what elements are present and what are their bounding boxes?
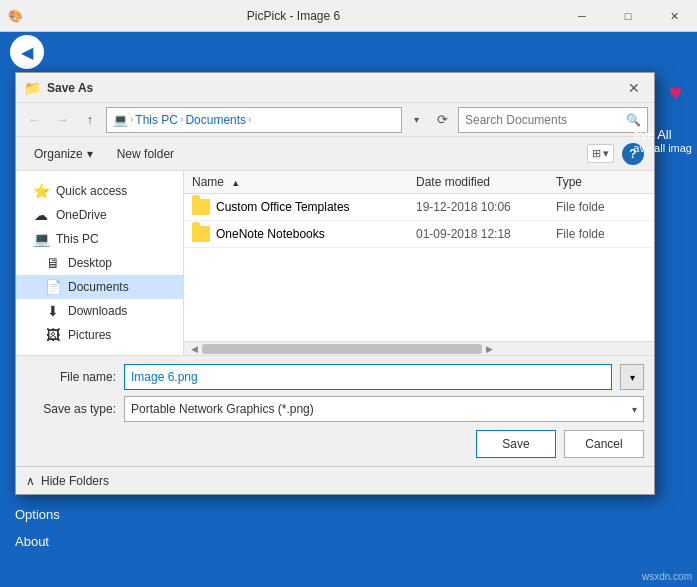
nav-item-onedrive[interactable]: ☁ OneDrive xyxy=(16,203,183,227)
nav-up-button[interactable]: ↑ xyxy=(78,108,102,132)
save-all-sub-label: ave all imag xyxy=(633,142,692,154)
file-name-input[interactable] xyxy=(124,364,612,390)
right-labels: ave All ave all imag xyxy=(633,127,692,154)
dialog-title: Save As xyxy=(47,81,93,95)
hide-folders-arrow: ∧ xyxy=(26,474,35,488)
breadcrumb-bar: 💻 › This PC › Documents › xyxy=(106,107,402,133)
file-list-area: Name ▲ Date modified Type Custom Office … xyxy=(184,171,654,355)
nav-item-this-pc[interactable]: 💻 This PC xyxy=(16,227,183,251)
breadcrumb-computer-icon[interactable]: 💻 xyxy=(113,113,128,127)
breadcrumb-this-pc[interactable]: This PC xyxy=(135,113,178,127)
save-type-dropdown-arrow: ▾ xyxy=(632,404,637,415)
nav-item-downloads[interactable]: ⬇ Downloads xyxy=(16,299,183,323)
breadcrumb-dropdown-btn[interactable]: ▾ xyxy=(406,108,426,132)
breadcrumb-documents[interactable]: Documents xyxy=(185,113,246,127)
folder-icon xyxy=(192,226,210,242)
computer-icon: 💻 xyxy=(113,113,128,127)
save-type-row: Save as type: Portable Network Graphics … xyxy=(26,396,644,422)
quick-access-icon: ⭐ xyxy=(32,183,50,199)
maximize-button[interactable]: □ xyxy=(605,0,651,32)
nav-forward-button[interactable]: → xyxy=(50,108,74,132)
organize-arrow: ▾ xyxy=(87,147,93,161)
heart-area: ♥ xyxy=(669,80,682,106)
col-type-header: Type xyxy=(556,175,646,189)
onedrive-label: OneDrive xyxy=(56,208,107,222)
nav-back-button[interactable]: ← xyxy=(22,108,46,132)
downloads-label: Downloads xyxy=(68,304,127,318)
nav-item-pictures[interactable]: 🖼 Pictures xyxy=(16,323,183,347)
horizontal-scrollbar[interactable]: ◀ ▶ xyxy=(184,341,654,355)
close-button[interactable]: ✕ xyxy=(651,0,697,32)
quick-access-label: Quick access xyxy=(56,184,127,198)
dialog-bottom: File name: ▾ Save as type: Portable Netw… xyxy=(16,355,654,466)
col-date-header: Date modified xyxy=(416,175,556,189)
desktop-icon: 🖥 xyxy=(44,255,62,271)
toolbar: Organize ▾ New folder ⊞ ▾ ? xyxy=(16,137,654,171)
save-button[interactable]: Save xyxy=(476,430,556,458)
minimize-button[interactable]: ─ xyxy=(559,0,605,32)
title-bar: 🎨 PicPick - Image 6 ─ □ ✕ xyxy=(0,0,697,32)
file-list-header: Name ▲ Date modified Type xyxy=(184,171,654,194)
this-pc-icon: 💻 xyxy=(32,231,50,247)
dialog-title-area: 📁 Save As xyxy=(24,80,93,96)
new-folder-label: New folder xyxy=(117,147,174,161)
file-name-row: File name: ▾ xyxy=(26,364,644,390)
search-input[interactable] xyxy=(465,113,622,127)
nav-item-quick-access[interactable]: ⭐ Quick access xyxy=(16,179,183,203)
breadcrumb-sep3: › xyxy=(248,114,251,125)
heart-icon: ♥ xyxy=(669,80,682,105)
this-pc-label: This PC xyxy=(56,232,99,246)
left-panel: ⭐ Quick access ☁ OneDrive 💻 This PC 🖥 De… xyxy=(16,171,184,355)
col-name-header: Name ▲ xyxy=(192,175,416,189)
refresh-button[interactable]: ⟳ xyxy=(430,107,454,133)
documents-icon: 📄 xyxy=(44,279,62,295)
nav-item-documents[interactable]: 📄 Documents xyxy=(16,275,183,299)
app-title: PicPick - Image 6 xyxy=(28,9,559,23)
documents-label: Documents xyxy=(68,280,129,294)
downloads-icon: ⬇ xyxy=(44,303,62,319)
save-type-label: Save as type: xyxy=(26,402,116,416)
file-date: 19-12-2018 10:06 xyxy=(416,200,556,214)
folder-icon xyxy=(192,199,210,215)
table-row[interactable]: OneNote Notebooks 01-09-2018 12:18 File … xyxy=(184,221,654,248)
breadcrumb-sep1: › xyxy=(130,114,133,125)
file-name: OneNote Notebooks xyxy=(216,227,416,241)
file-type: File folde xyxy=(556,200,646,214)
dialog-titlebar: 📁 Save As ✕ xyxy=(16,73,654,103)
nav-item-desktop[interactable]: 🖥 Desktop xyxy=(16,251,183,275)
hide-folders-label: Hide Folders xyxy=(41,474,109,488)
pictures-label: Pictures xyxy=(68,328,111,342)
scroll-thumb[interactable] xyxy=(202,344,482,354)
file-list-empty-area xyxy=(184,248,654,341)
dialog-overlay: 📁 Save As ✕ ← → ↑ 💻 › This PC › Document… xyxy=(0,32,697,587)
dialog-buttons: Save Cancel xyxy=(26,430,644,458)
save-all-label: ave All xyxy=(633,127,692,142)
organize-label: Organize xyxy=(34,147,83,161)
desktop-label: Desktop xyxy=(68,256,112,270)
view-button[interactable]: ⊞ ▾ xyxy=(587,144,614,163)
onedrive-icon: ☁ xyxy=(32,207,50,223)
save-type-select[interactable]: Portable Network Graphics (*.png) ▾ xyxy=(124,396,644,422)
file-type: File folde xyxy=(556,227,646,241)
content-area: ⭐ Quick access ☁ OneDrive 💻 This PC 🖥 De… xyxy=(16,171,654,355)
save-as-dialog: 📁 Save As ✕ ← → ↑ 💻 › This PC › Document… xyxy=(15,72,655,495)
hide-folders-bar[interactable]: ∧ Hide Folders xyxy=(16,466,654,494)
title-bar-controls: ─ □ ✕ xyxy=(559,0,697,31)
dialog-folder-icon: 📁 xyxy=(24,80,41,96)
breadcrumb-sep2: › xyxy=(180,114,183,125)
file-date: 01-09-2018 12:18 xyxy=(416,227,556,241)
new-folder-button[interactable]: New folder xyxy=(109,144,182,164)
dialog-close-button[interactable]: ✕ xyxy=(622,76,646,100)
nav-bar: ← → ↑ 💻 › This PC › Documents › ▾ ⟳ 🔍 xyxy=(16,103,654,137)
search-icon: 🔍 xyxy=(626,113,641,127)
cancel-button[interactable]: Cancel xyxy=(564,430,644,458)
table-row[interactable]: Custom Office Templates 19-12-2018 10:06… xyxy=(184,194,654,221)
file-name-dropdown-btn[interactable]: ▾ xyxy=(620,364,644,390)
view-arrow-icon: ▾ xyxy=(603,147,609,160)
search-box: 🔍 xyxy=(458,107,648,133)
file-name-label: File name: xyxy=(26,370,116,384)
organize-button[interactable]: Organize ▾ xyxy=(26,144,101,164)
view-icon: ⊞ xyxy=(592,147,601,160)
pictures-icon: 🖼 xyxy=(44,327,62,343)
save-type-value: Portable Network Graphics (*.png) xyxy=(131,402,314,416)
